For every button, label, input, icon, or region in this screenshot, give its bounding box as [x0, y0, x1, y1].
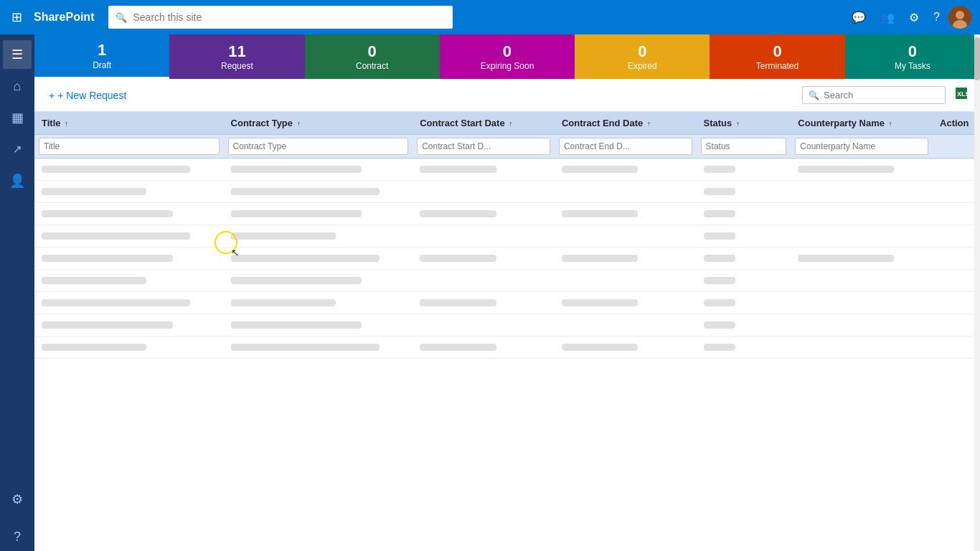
column-header-action: Action	[933, 112, 980, 135]
grid-icon: ▦	[11, 110, 24, 126]
table-row	[34, 314, 980, 336]
top-navigation: ⊞ SharePoint 🔍 💬 👥 ⚙ ?	[0, 0, 980, 34]
table-header: Title ↑ Contract Type ↑ Contract Start D…	[34, 112, 980, 135]
table-row	[34, 203, 980, 225]
hamburger-icon: ☰	[11, 47, 23, 62]
filter-cell-end-date	[555, 135, 697, 159]
expiring-count: 0	[503, 42, 512, 61]
filter-input-status[interactable]	[701, 138, 787, 155]
search-icon: 🔍	[116, 12, 127, 23]
filter-cell-title	[34, 135, 224, 159]
contract-count: 0	[368, 42, 377, 61]
global-search-input[interactable]	[133, 11, 446, 23]
expired-count: 0	[638, 42, 646, 61]
svg-text:XLS: XLS	[957, 90, 969, 98]
filter-input-title[interactable]	[39, 138, 220, 155]
table-body	[34, 159, 980, 359]
filter-input-start-date[interactable]	[417, 138, 550, 155]
sort-icon-contract-type: ↑	[297, 120, 301, 128]
filter-cell-status	[697, 135, 791, 159]
scrollbar[interactable]	[974, 34, 980, 551]
status-cards-row: 1 Draft 11 Request 0 Contract 0 Expiring…	[34, 34, 980, 79]
avatar[interactable]	[948, 6, 971, 29]
sidebar-item-dashboard[interactable]: ▦	[3, 103, 32, 132]
sort-icon-status: ↑	[736, 120, 740, 128]
waffle-icon[interactable]: ⊞	[9, 6, 25, 28]
contract-label: Contract	[356, 61, 388, 71]
sidebar-item-settings[interactable]: ⚙	[3, 485, 32, 514]
help-icon-button[interactable]: ?	[928, 6, 946, 28]
sort-icon-end-date: ↑	[647, 120, 651, 128]
home-icon: ⌂	[14, 79, 22, 94]
column-header-contract-end-date[interactable]: Contract End Date ↑	[555, 112, 697, 135]
filter-input-contract-type[interactable]	[228, 138, 409, 155]
filter-cell-counterparty	[791, 135, 933, 159]
sort-icon-title: ↑	[65, 120, 68, 128]
people-icon-button[interactable]: 👥	[875, 6, 900, 29]
sidebar-item-help[interactable]: ?	[3, 522, 32, 551]
chat-icon-button[interactable]: 💬	[846, 6, 872, 29]
column-header-contract-type[interactable]: Contract Type ↑	[224, 112, 413, 135]
column-header-contract-start-date[interactable]: Contract Start Date ↑	[413, 112, 555, 135]
draft-count: 1	[98, 41, 106, 60]
new-request-label: + New Request	[57, 90, 126, 101]
terminated-count: 0	[773, 42, 781, 61]
filter-input-end-date[interactable]	[559, 138, 692, 155]
table-search-input[interactable]	[824, 90, 924, 100]
table-row	[34, 336, 980, 359]
terminated-label: Terminated	[756, 61, 798, 71]
status-card-contract[interactable]: 0 Contract	[305, 34, 440, 79]
request-label: Request	[221, 61, 253, 71]
global-search-box[interactable]: 🔍	[108, 6, 453, 29]
top-nav-icons: 💬 👥 ⚙ ?	[846, 6, 971, 29]
status-card-draft[interactable]: 1 Draft	[34, 34, 169, 79]
sort-icon-counterparty: ↑	[889, 120, 892, 128]
main-content: 1 Draft 11 Request 0 Contract 0 Expiring…	[34, 34, 980, 551]
table-row	[34, 270, 980, 292]
status-card-expiring[interactable]: 0 Expiring Soon	[440, 34, 575, 79]
people-icon: 👤	[9, 173, 25, 189]
mytasks-count: 0	[908, 42, 917, 61]
contracts-table: Title ↑ Contract Type ↑ Contract Start D…	[34, 112, 980, 359]
filter-cell-start-date	[413, 135, 555, 159]
filter-cell-action	[933, 135, 980, 159]
analytics-icon: ↗	[13, 143, 22, 156]
excel-export-button[interactable]: XLS	[951, 85, 971, 105]
avatar-image	[948, 6, 971, 29]
table-row	[34, 225, 980, 248]
column-header-title[interactable]: Title ↑	[34, 112, 224, 135]
app-logo: SharePoint	[34, 11, 94, 24]
table-row	[34, 159, 980, 181]
plus-icon: +	[49, 90, 55, 101]
help-icon: ?	[14, 529, 21, 545]
table-row	[34, 248, 980, 270]
request-count: 11	[228, 42, 245, 61]
status-card-expired[interactable]: 0 Expired	[575, 34, 710, 79]
status-card-terminated[interactable]: 0 Terminated	[710, 34, 844, 79]
draft-label: Draft	[93, 60, 111, 70]
filter-cell-contract-type	[224, 135, 413, 159]
filter-input-counterparty[interactable]	[795, 138, 928, 155]
table-search-box[interactable]: 🔍	[802, 86, 946, 104]
sort-icon-start-date: ↑	[509, 120, 512, 128]
scrollbar-thumb[interactable]	[974, 37, 980, 80]
column-header-status[interactable]: Status ↑	[697, 112, 791, 135]
toolbar: + + New Request 🔍 XLS	[34, 79, 980, 112]
status-card-request[interactable]: 11 Request	[169, 34, 304, 79]
sidebar-item-home[interactable]: ⌂	[3, 72, 32, 100]
status-card-mytasks[interactable]: 0 My Tasks	[845, 34, 980, 79]
expiring-label: Expiring Soon	[481, 61, 534, 71]
settings-icon-button[interactable]: ⚙	[903, 6, 925, 29]
sidebar-item-menu[interactable]: ☰	[3, 40, 32, 69]
new-request-button[interactable]: + + New Request	[43, 87, 132, 104]
table-row	[34, 181, 980, 203]
column-header-counterparty[interactable]: Counterparty Name ↑	[791, 112, 933, 135]
search-icon-small: 🔍	[809, 90, 819, 100]
left-sidebar: ☰ ⌂ ▦ ↗ 👤 ⚙ ?	[0, 34, 34, 551]
sidebar-item-people[interactable]: 👤	[3, 166, 32, 195]
table-filter-row	[34, 135, 980, 159]
expired-label: Expired	[628, 61, 657, 71]
sidebar-item-analytics[interactable]: ↗	[3, 135, 32, 164]
settings-icon: ⚙	[11, 491, 23, 507]
table-row	[34, 292, 980, 314]
